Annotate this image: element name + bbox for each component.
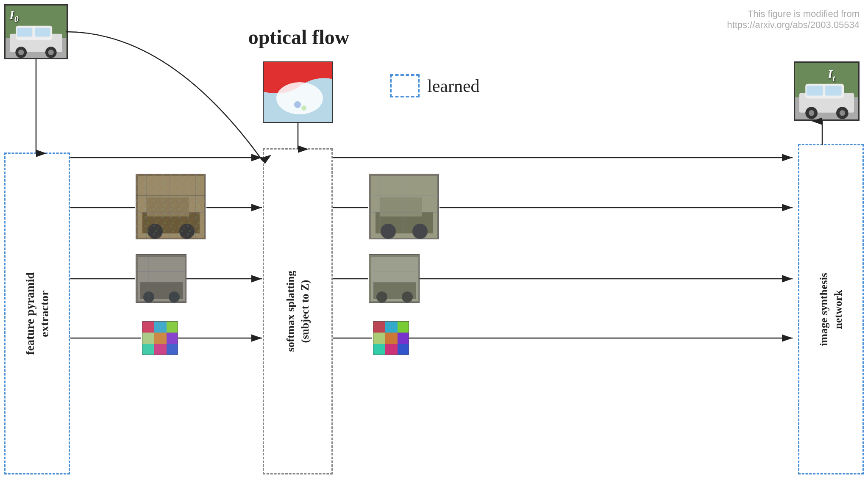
svg-point-11 [276,82,323,114]
legend-label: learned [427,76,480,96]
diagram-arrows [0,0,868,491]
svg-rect-51 [154,322,167,333]
i0-label: I0 [9,8,19,24]
svg-rect-57 [154,344,167,355]
legend-learned: learned [390,74,480,97]
softmax-label: softmax splatting(subject to Z) [284,271,312,352]
svg-point-21 [840,110,845,116]
citation-line1: This figure is modified from [748,8,860,19]
feature-large-left [136,174,206,239]
synthesis-label-container: image synthesisnetwork [798,144,864,474]
svg-rect-80 [385,322,398,333]
svg-rect-85 [373,344,385,355]
citation: This figure is modified from https://arx… [727,8,860,31]
target-image-it [794,61,860,121]
svg-rect-35 [136,174,206,239]
feature-medium-right [369,254,420,303]
svg-rect-86 [385,344,398,355]
diagram-container: This figure is modified from https://arx… [0,0,868,491]
svg-rect-83 [385,333,398,344]
svg-point-19 [809,110,814,116]
svg-point-13 [301,105,306,111]
svg-rect-58 [167,344,178,355]
feature-small-right [373,321,409,355]
feature-medium-left [136,254,186,303]
svg-point-12 [294,101,301,108]
svg-rect-23 [825,86,841,96]
svg-rect-52 [167,322,178,333]
softmax-label-container: softmax splatting(subject to Z) [263,148,333,474]
svg-rect-53 [142,333,154,344]
svg-rect-47 [136,255,186,303]
svg-rect-84 [398,333,409,344]
feature-large-right [369,174,439,239]
synthesis-label: image synthesisnetwork [817,273,846,346]
svg-point-7 [48,50,54,55]
optical-flow-label: optical flow [229,25,369,49]
svg-rect-77 [369,255,420,303]
it-label: It [828,67,835,83]
citation-line2: https://arxiv.org/abs/2003.05534 [727,19,860,30]
legend-dashed-box [390,74,420,97]
svg-rect-79 [373,322,385,333]
feature-small-left [142,321,178,355]
feature-pyramid-label: feature pyramidextractor [23,272,51,355]
svg-rect-50 [142,322,154,333]
svg-rect-82 [373,333,385,344]
optical-flow-image [263,61,333,123]
svg-rect-54 [154,333,167,344]
svg-rect-56 [142,344,154,355]
svg-rect-55 [167,333,178,344]
feature-pyramid-label-container: feature pyramidextractor [4,153,70,474]
svg-point-5 [18,50,24,55]
svg-rect-9 [35,28,50,36]
svg-rect-8 [17,28,32,36]
svg-rect-81 [398,322,409,333]
svg-rect-22 [807,86,823,96]
svg-rect-69 [369,174,439,239]
svg-rect-87 [398,344,409,355]
